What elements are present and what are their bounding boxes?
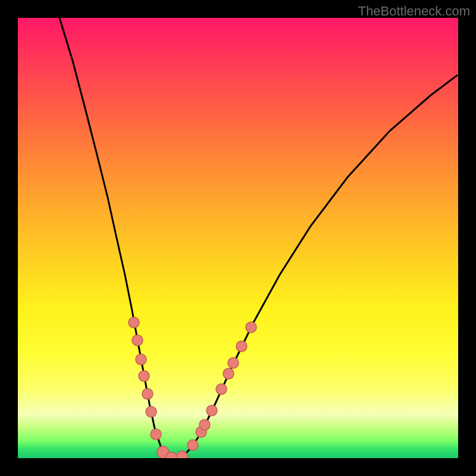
scatter-dot (136, 354, 146, 365)
scatter-dot (151, 429, 161, 440)
scatter-dot (129, 317, 139, 328)
bottleneck-curve-svg (18, 18, 458, 458)
scatter-dot (146, 406, 156, 417)
watermark-text: TheBottleneck.com (358, 4, 470, 19)
chart-plot-area (18, 18, 458, 458)
curve-left-branch (60, 18, 174, 458)
scatter-dot (187, 440, 198, 450)
chart-outer-frame: TheBottleneck.com (0, 0, 476, 476)
scatter-dot (223, 368, 234, 379)
curve-right-branch (174, 75, 458, 458)
scatter-dot (236, 341, 247, 352)
scatter-dot (206, 405, 217, 416)
scatter-dots (129, 317, 256, 458)
scatter-dot (228, 358, 239, 368)
scatter-dot (132, 335, 143, 346)
scatter-dot (199, 419, 210, 430)
scatter-dot (216, 384, 227, 394)
scatter-dot (139, 371, 149, 381)
scatter-dot (246, 322, 256, 333)
scatter-dot (142, 389, 153, 399)
